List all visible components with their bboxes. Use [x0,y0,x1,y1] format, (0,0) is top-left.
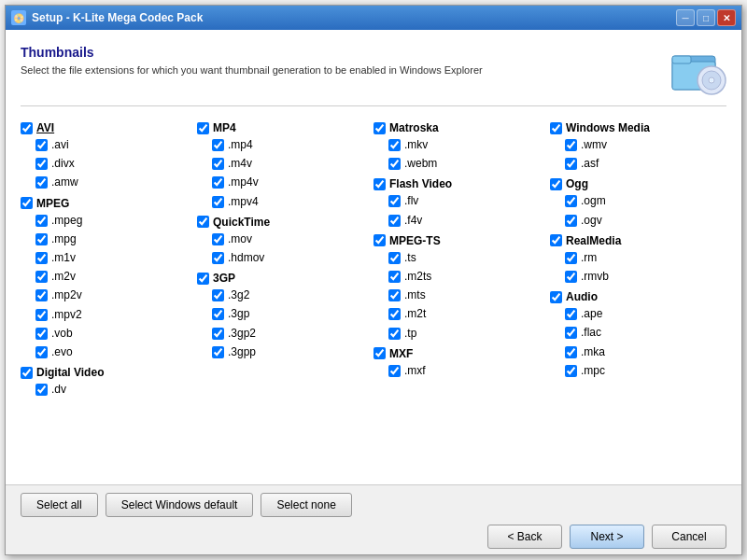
select-all-button[interactable]: Select all [21,493,98,517]
item-checkbox-0-1-3[interactable] [35,271,48,283]
item-checkbox-3-0-1[interactable] [565,158,577,170]
item-label-0-1-4: .mp2v [51,287,82,304]
group-checkbox-0-2[interactable] [21,367,33,379]
item-checkbox-2-0-1[interactable] [388,158,401,170]
item-checkbox-2-2-0[interactable] [388,252,401,264]
group-checkbox-2-1[interactable] [374,178,386,190]
item-checkbox-3-1-0[interactable] [565,195,577,207]
column-1: MP4.mp4.m4v.mp4v.mpv4QuickTime.mov.hdmov… [197,118,374,477]
item-checkbox-0-1-0[interactable] [35,215,48,227]
list-item: .mpeg [35,212,197,230]
item-checkbox-0-2-0[interactable] [35,384,48,396]
group-checkbox-1-1[interactable] [197,216,209,228]
item-checkbox-0-1-6[interactable] [35,328,48,340]
list-item: .wmv [565,136,726,154]
group-checkbox-3-0[interactable] [550,122,562,134]
back-button[interactable]: < Back [487,525,562,549]
group-label-2-1: Flash Video [374,177,550,190]
item-checkbox-2-2-4[interactable] [388,328,401,340]
item-checkbox-3-2-0[interactable] [565,252,577,264]
group-checkbox-3-1[interactable] [550,178,562,190]
item-checkbox-0-0-1[interactable] [35,158,48,170]
close-button[interactable]: ✕ [717,9,736,26]
list-item: .mpc [565,362,726,380]
group-checkbox-2-0[interactable] [374,122,386,134]
item-checkbox-3-3-0[interactable] [565,308,577,320]
item-checkbox-1-0-3[interactable] [212,196,224,208]
item-label-0-1-5: .mpv2 [51,306,82,324]
item-checkbox-0-0-2[interactable] [35,176,48,189]
item-checkbox-0-1-4[interactable] [35,289,48,301]
list-item: .ogv [565,212,726,230]
select-windows-default-button[interactable]: Select Windows default [106,493,254,517]
item-label-1-2-3: .3gpp [228,343,256,361]
group-checkbox-0-0[interactable] [21,122,33,134]
item-label-3-0-0: .wmv [581,136,607,154]
item-checkbox-2-1-0[interactable] [388,195,401,207]
item-label-3-1-0: .ogm [581,192,606,210]
item-checkbox-2-1-1[interactable] [388,215,401,227]
cancel-button[interactable]: Cancel [652,525,726,549]
list-item: .divx [35,155,197,173]
item-label-0-1-1: .mpg [51,231,77,248]
item-checkbox-1-0-2[interactable] [212,176,224,189]
group-label-3-3: Audio [550,290,726,303]
item-checkbox-3-0-0[interactable] [565,139,577,151]
next-button[interactable]: Next > [570,525,644,549]
minimize-button[interactable]: ─ [676,9,695,26]
list-item: .hdmov [212,249,374,267]
item-checkbox-0-1-7[interactable] [35,346,48,358]
group-label-3-2: RealMedia [550,234,726,247]
list-item: .flac [565,324,726,342]
group-label-0-0: AVI [21,121,197,134]
group-label-text-0-2: Digital Video [36,366,104,379]
item-checkbox-3-3-1[interactable] [565,327,577,339]
item-checkbox-0-0-0[interactable] [35,139,48,151]
group-label-text-1-1: QuickTime [213,216,270,229]
item-checkbox-1-2-2[interactable] [212,328,224,340]
item-checkbox-2-2-3[interactable] [388,308,401,320]
item-checkbox-3-3-3[interactable] [565,365,577,377]
group-checkbox-0-1[interactable] [21,197,33,209]
list-item: .mxf [388,362,550,380]
list-item: .amw [35,174,197,191]
item-label-2-2-2: .mts [404,287,426,304]
list-item: .m4v [212,155,374,173]
group-checkbox-3-3[interactable] [550,291,562,303]
item-checkbox-1-2-1[interactable] [212,308,224,320]
item-checkbox-2-2-1[interactable] [388,271,401,283]
item-checkbox-1-2-3[interactable] [212,346,224,358]
item-checkbox-2-3-0[interactable] [388,365,401,377]
group-label-text-1-2: 3GP [213,272,235,285]
group-checkbox-1-2[interactable] [197,273,209,285]
group-checkbox-2-2[interactable] [374,234,386,246]
maximize-button[interactable]: □ [697,9,715,26]
item-checkbox-1-0-1[interactable] [212,158,224,170]
item-checkbox-3-1-1[interactable] [565,215,577,227]
item-checkbox-1-1-1[interactable] [212,252,224,264]
item-label-0-0-2: .amw [51,174,78,191]
item-checkbox-3-2-1[interactable] [565,271,577,283]
item-checkbox-0-1-2[interactable] [35,252,48,264]
group-checkbox-3-2[interactable] [550,234,562,246]
item-checkbox-2-2-2[interactable] [388,289,401,301]
bottom-buttons-section: Select all Select Windows default Select… [6,484,741,554]
item-label-3-3-3: .mpc [581,362,605,380]
item-label-0-0-0: .avi [51,136,69,154]
item-checkbox-1-2-0[interactable] [212,289,224,301]
list-item: .rm [565,249,726,267]
list-item: .ts [388,249,550,267]
group-label-0-2: Digital Video [21,366,197,379]
list-item: .m2t [388,305,550,323]
item-checkbox-0-1-1[interactable] [35,233,48,245]
item-checkbox-2-0-0[interactable] [388,139,401,151]
item-checkbox-3-3-2[interactable] [565,346,577,358]
group-checkbox-2-3[interactable] [374,347,386,359]
select-none-button[interactable]: Select none [261,493,351,517]
group-checkbox-1-0[interactable] [197,122,209,134]
item-checkbox-1-1-0[interactable] [212,233,224,245]
item-checkbox-1-0-0[interactable] [212,139,224,151]
select-buttons: Select all Select Windows default Select… [21,493,726,517]
window-title: Setup - K-Lite Mega Codec Pack [32,11,203,24]
item-checkbox-0-1-5[interactable] [35,309,48,321]
